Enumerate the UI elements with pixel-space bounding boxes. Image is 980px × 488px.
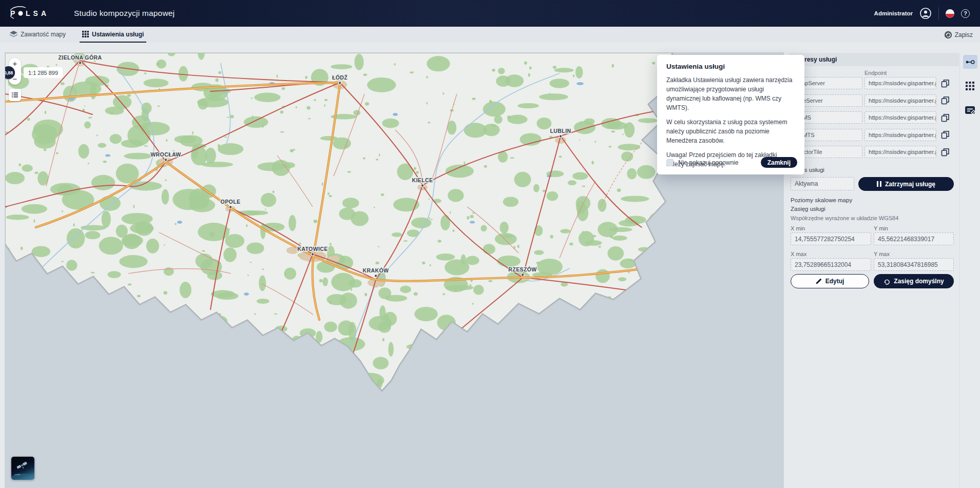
dialog-footer: Nie pokazuj ponownie Zamknij: [666, 157, 797, 168]
city-label: WROCŁAW: [150, 151, 181, 158]
city-marker: [522, 274, 524, 276]
refresh-icon: [883, 278, 890, 285]
city-label: LUBLIN: [550, 128, 571, 134]
dialog-paragraph-1: Zakładka Ustawienia usługi zawiera narzę…: [666, 75, 795, 112]
city-marker: [79, 62, 82, 64]
endpoint-url-field: https://nsisdev.gispartner.pl: [864, 146, 936, 158]
dont-show-again-label: Nie pokazuj ponownie: [678, 159, 738, 166]
copy-icon: [941, 96, 950, 105]
dialog-title: Ustawienia usługi: [666, 63, 795, 70]
legend-button[interactable]: [9, 89, 21, 101]
ymax-field: 53,318084347816985: [874, 258, 954, 271]
satellite-icon: satellite: [11, 457, 34, 480]
edit-extent-button[interactable]: Edytuj: [791, 274, 869, 288]
list-icon: [12, 92, 18, 98]
dialog-paragraph-2: W celu skorzystania z usług poza systeme…: [666, 118, 795, 145]
copy-endpoint-button[interactable]: [939, 77, 951, 89]
endpoint-link-icon: [966, 59, 975, 65]
copy-endpoint-button[interactable]: [939, 129, 951, 141]
grid-icon: [82, 31, 89, 37]
scale-levels-tool-button[interactable]: [963, 79, 977, 93]
ymin-label: Y min: [874, 225, 888, 231]
polsa-logo: P LSA: [10, 5, 50, 22]
svg-text:P: P: [10, 9, 18, 17]
header-divider: [938, 7, 939, 19]
copy-endpoint-button[interactable]: [939, 146, 951, 158]
service-settings-panel: Adresy usługi Endpoint MapServer https:/…: [789, 53, 959, 488]
poland-flag-icon: [946, 9, 954, 18]
xmin-field: 14,755577282750254: [791, 232, 871, 245]
help-button[interactable]: ?: [961, 9, 970, 18]
city-label: KATOWICE: [297, 246, 328, 252]
copy-icon: [941, 130, 950, 139]
copy-icon: [941, 79, 950, 88]
status-value-field: Aktywna: [791, 177, 854, 190]
metadata-tool-button[interactable]: [963, 103, 977, 117]
note-edit-icon: [965, 106, 975, 115]
language-button[interactable]: [946, 9, 954, 18]
copy-endpoint-button[interactable]: [939, 95, 951, 106]
endpoint-row: VectorTile https://nsisdev.gispartner.pl: [789, 146, 959, 158]
copy-icon: [941, 113, 950, 122]
endpoint-row: WMS https://nsisdev.gispartner.pl: [789, 111, 959, 124]
endpoint-url-field: https://nsisdev.gispartner.pl: [864, 111, 936, 124]
extent-label: Zasięg usługi: [791, 206, 825, 212]
ymax-label: Y max: [874, 251, 890, 257]
app-root: P LSA Studio kompozycji mapowej Administ…: [0, 0, 980, 488]
coords-note: Współrzędne wyrażone w układzie WGS84: [791, 215, 898, 221]
close-dialog-button[interactable]: Zamknij: [761, 157, 797, 168]
city-label: KIELCE: [412, 177, 433, 183]
svg-text:satellite: satellite: [14, 474, 21, 476]
toolbar-tabs: Zawartość mapy Ustawienia usługi Zapisz: [0, 27, 980, 43]
endpoint-url-field: https://nsisdev.gispartner.pl: [864, 94, 936, 107]
copy-endpoint-button[interactable]: [939, 112, 951, 123]
endpoints-tool-button[interactable]: [963, 55, 977, 69]
endpoint-url-field: https://nsisdev.gispartner.pl: [864, 77, 936, 89]
layers-icon: [10, 31, 17, 38]
city-marker: [229, 206, 232, 208]
dots-grid-icon: [966, 82, 974, 90]
top-header-bar: P LSA Studio kompozycji mapowej Administ…: [0, 0, 980, 27]
user-icon: [919, 7, 932, 19]
city-label: ŁÓDŹ: [332, 74, 348, 81]
endpoint-row: WMTS https://nsisdev.gispartner.pl: [789, 129, 959, 141]
city-label: RZESZÓW: [508, 266, 536, 272]
city-label: ZIELONA GÓRA: [59, 54, 102, 61]
endpoint-url-field: https://nsisdev.gispartner.pl: [864, 129, 936, 141]
tab-map-content[interactable]: Zawartość mapy: [7, 27, 68, 43]
polsa-logo-icon: P LSA: [10, 5, 50, 22]
save-icon: [944, 31, 952, 39]
scale-levels-label: Poziomy skalowe mapy: [791, 197, 852, 203]
service-settings-dialog: Ustawienia usługi Zakładka Ustawienia us…: [657, 55, 804, 174]
endpoint-row: TileServer https://nsisdev.gispartner.pl: [789, 94, 959, 107]
basemap-switcher[interactable]: satellite: [11, 457, 34, 480]
default-extent-button[interactable]: Zasięg domyślny: [874, 274, 954, 288]
xmax-label: X max: [791, 251, 806, 257]
svg-text:LSA: LSA: [26, 9, 49, 17]
panel-tool-strip: [959, 53, 980, 488]
endpoint-row: MapServer https://nsisdev.gispartner.pl: [789, 77, 959, 89]
dont-show-again-checkbox[interactable]: [666, 159, 674, 166]
panel-title: Adresy usługi: [789, 53, 959, 66]
user-menu-button[interactable]: [919, 7, 932, 19]
city-label: KRAKÓW: [363, 267, 389, 274]
city-marker: [560, 135, 562, 138]
xmax-field: 23,75289665132004: [791, 258, 871, 271]
help-icon: ?: [961, 9, 970, 18]
pencil-icon: [816, 278, 822, 284]
ymin-field: 45,56221468339017: [874, 232, 954, 245]
user-name: Administrator: [874, 10, 913, 16]
stop-service-button[interactable]: Zatrzymaj usługę: [858, 177, 954, 191]
pause-icon: [877, 181, 881, 187]
save-button[interactable]: Zapisz: [944, 31, 973, 39]
city-marker: [312, 253, 314, 256]
city-marker: [165, 159, 167, 161]
city-label: OPOLE: [221, 199, 241, 205]
endpoint-column-header: Endpoint: [864, 70, 887, 76]
tab-service-settings[interactable]: Ustawienia usługi: [80, 27, 146, 43]
copy-icon: [941, 148, 950, 157]
city-marker: [375, 275, 377, 277]
xmin-label: X min: [791, 225, 805, 231]
city-marker: [339, 82, 341, 84]
city-marker: [421, 184, 424, 187]
